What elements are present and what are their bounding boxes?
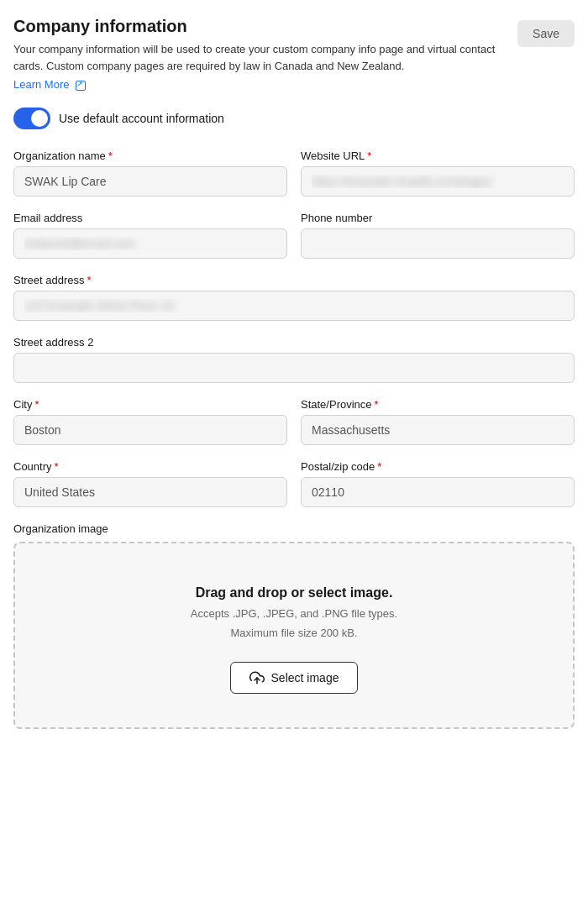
page-description: Your company information will be used to… xyxy=(13,41,501,74)
org-name-label: Organization name * xyxy=(13,149,287,162)
page-header: Company information Your company informa… xyxy=(13,17,575,91)
image-section: Organization image Drag and drop or sele… xyxy=(13,522,575,729)
street2-label: Street address 2 xyxy=(13,336,575,349)
postal-label: Postal/zip code * xyxy=(301,460,575,473)
image-section-label: Organization image xyxy=(13,522,575,535)
default-account-toggle[interactable] xyxy=(13,108,50,129)
learn-more-link[interactable]: Learn More xyxy=(13,78,86,91)
street-input[interactable] xyxy=(13,291,575,321)
toggle-label: Use default account information xyxy=(59,112,224,125)
upload-icon xyxy=(249,670,265,685)
street-required: * xyxy=(87,274,92,286)
select-image-button[interactable]: Select image xyxy=(230,662,359,694)
city-input[interactable] xyxy=(13,415,287,445)
city-required: * xyxy=(34,398,39,411)
dropzone-title: Drag and drop or select image. xyxy=(196,585,393,600)
org-name-input[interactable] xyxy=(13,166,287,197)
website-label: Website URL * xyxy=(301,149,575,162)
postal-input[interactable] xyxy=(301,477,575,507)
email-label: Email address xyxy=(13,212,287,224)
state-required: * xyxy=(375,398,379,411)
postal-group: Postal/zip code * xyxy=(301,460,575,507)
street2-input[interactable] xyxy=(13,353,575,383)
website-group: Website URL * xyxy=(301,149,575,197)
country-postal-row: Country * Postal/zip code * xyxy=(13,460,575,507)
website-input[interactable] xyxy=(301,166,575,197)
country-required: * xyxy=(55,460,59,473)
external-link-icon xyxy=(76,81,86,91)
org-name-required: * xyxy=(108,149,113,162)
state-group: State/Province * xyxy=(301,398,575,445)
header-text: Company information Your company informa… xyxy=(13,17,517,91)
state-input[interactable] xyxy=(301,415,575,445)
org-name-group: Organization name * xyxy=(13,149,287,197)
org-website-row: Organization name * Website URL * xyxy=(13,149,575,197)
postal-required: * xyxy=(377,460,381,473)
phone-group: Phone number xyxy=(301,212,575,259)
street-group: Street address * xyxy=(13,274,575,321)
save-button[interactable]: Save xyxy=(517,20,575,47)
country-input[interactable] xyxy=(13,477,287,507)
country-group: Country * xyxy=(13,460,287,507)
country-label: Country * xyxy=(13,460,287,473)
dropzone-sub2: Maximum file size 200 kB. xyxy=(231,625,358,642)
state-label: State/Province * xyxy=(301,398,575,411)
dropzone-sub1: Accepts .JPG, .JPEG, and .PNG file types… xyxy=(191,606,397,622)
phone-label: Phone number xyxy=(301,212,575,224)
website-required: * xyxy=(367,149,371,162)
toggle-row: Use default account information xyxy=(13,108,575,129)
email-group: Email address xyxy=(13,212,287,259)
image-dropzone[interactable]: Drag and drop or select image. Accepts .… xyxy=(13,542,575,729)
street-label: Street address * xyxy=(13,274,575,286)
street-row: Street address * xyxy=(13,274,575,321)
street2-group: Street address 2 xyxy=(13,336,575,383)
city-group: City * xyxy=(13,398,287,445)
email-phone-row: Email address Phone number xyxy=(13,212,575,259)
page-title: Company information xyxy=(13,17,501,36)
phone-input[interactable] xyxy=(301,228,575,259)
email-input[interactable] xyxy=(13,228,287,259)
city-label: City * xyxy=(13,398,287,411)
street2-row: Street address 2 xyxy=(13,336,575,383)
city-state-row: City * State/Province * xyxy=(13,398,575,445)
